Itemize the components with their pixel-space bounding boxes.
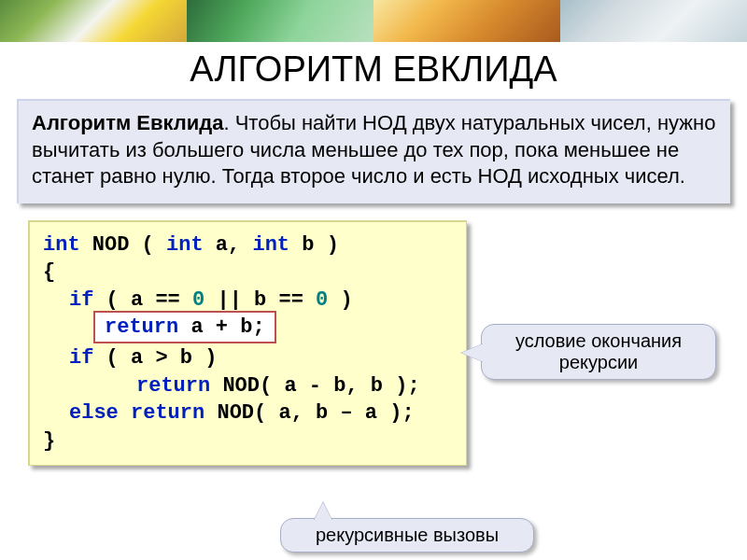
callout-line: рекурсии	[559, 352, 638, 372]
keyword-return: return	[136, 374, 210, 398]
function-name: NOD	[92, 233, 130, 257]
code-line-7: else return NOD( a, b – a );	[43, 399, 453, 427]
description-term: Алгоритм Евклида	[32, 111, 223, 134]
keyword-int: int	[166, 233, 204, 257]
return-highlight-box: return a + b;	[93, 311, 276, 343]
literal-zero: 0	[316, 288, 328, 312]
literal-zero: 0	[192, 288, 204, 312]
code-line-2: {	[43, 259, 453, 287]
keyword-int: int	[252, 233, 289, 257]
slide-title: АЛГОРИТМ ЕВКЛИДА	[0, 49, 747, 90]
season-image-spring	[0, 0, 187, 42]
header-image-strip	[0, 0, 747, 42]
code-area: int NOD ( int a, int b ) { if ( a == 0 |…	[28, 220, 467, 466]
keyword-return: return	[105, 315, 178, 339]
callout-recursive-calls: рекурсивные вызовы	[280, 518, 534, 553]
callout-termination-condition: условие окончания рекурсии	[481, 324, 716, 380]
function-call: NOD	[217, 401, 254, 425]
season-image-autumn	[374, 0, 560, 42]
code-line-5: if ( a > b )	[43, 344, 453, 372]
keyword-return: return	[131, 401, 204, 425]
code-line-1: int NOD ( int a, int b )	[43, 231, 453, 259]
season-image-summer	[187, 0, 374, 42]
keyword-else: else	[69, 401, 119, 425]
code-line-8: }	[43, 427, 453, 455]
function-call: NOD	[222, 374, 260, 398]
description-box: Алгоритм Евклида. Чтобы найти НОД двух н…	[17, 99, 730, 203]
callout-text: рекурсивные вызовы	[316, 525, 499, 545]
keyword-int: int	[43, 233, 80, 257]
keyword-if: if	[69, 346, 93, 370]
code-line-6: return NOD( a - b, b );	[43, 372, 453, 400]
keyword-if: if	[69, 288, 93, 312]
callout-line: условие окончания	[515, 330, 682, 351]
season-image-winter	[560, 0, 747, 42]
